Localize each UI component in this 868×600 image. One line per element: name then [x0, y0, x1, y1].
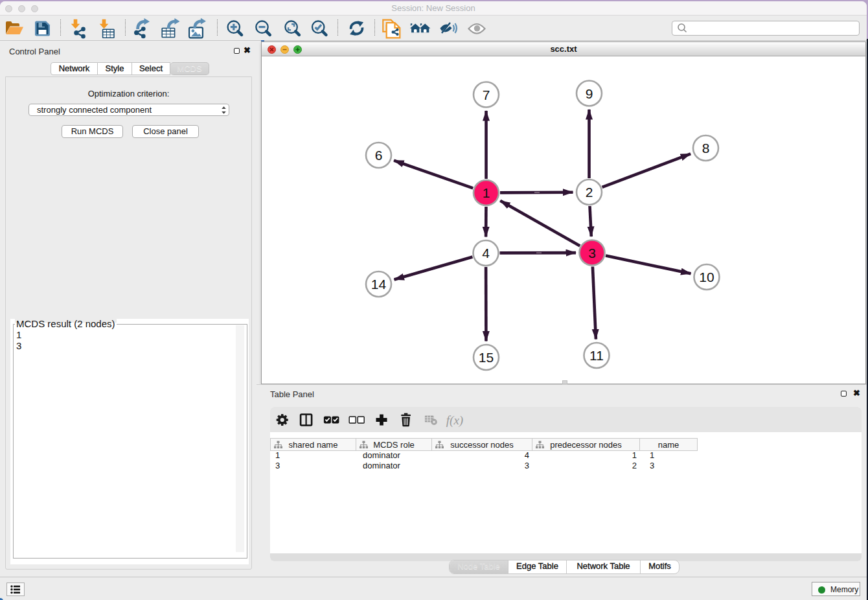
svg-text:8: 8 [702, 141, 710, 156]
svg-text:9: 9 [586, 86, 593, 101]
svg-text:14: 14 [371, 277, 387, 292]
svg-text:f(x): f(x) [446, 413, 463, 428]
svg-text:2: 2 [586, 185, 593, 200]
svg-text:10: 10 [699, 270, 714, 284]
svg-text:3: 3 [588, 246, 596, 260]
svg-text:11: 11 [589, 348, 604, 363]
svg-text:4: 4 [482, 246, 490, 260]
svg-text:1: 1 [483, 185, 490, 200]
svg-text:15: 15 [479, 350, 494, 365]
svg-text:7: 7 [483, 87, 490, 102]
svg-text:6: 6 [375, 148, 383, 163]
